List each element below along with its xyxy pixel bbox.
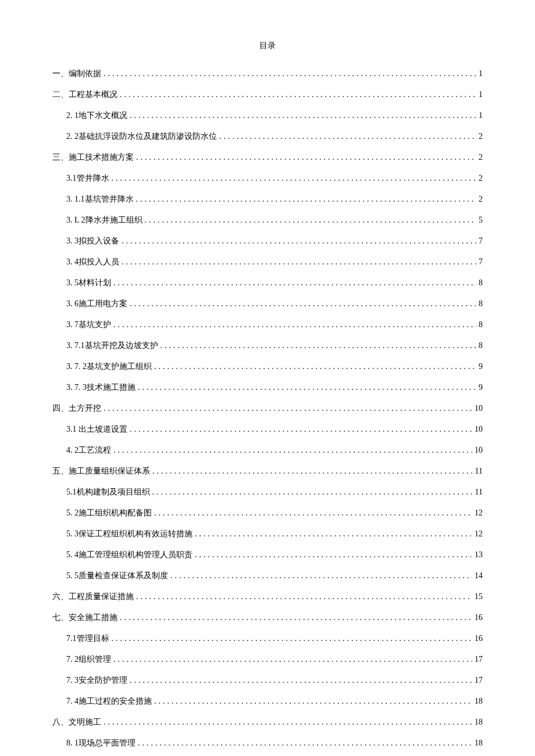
toc-page: 11 bbox=[475, 488, 483, 497]
toc-entry: 8. 1现场总平面管理18 bbox=[66, 738, 483, 748]
toc-label: 一、编制依据 bbox=[52, 69, 101, 79]
toc-dots bbox=[130, 676, 472, 685]
toc-dots bbox=[136, 195, 477, 204]
toc-dots bbox=[112, 634, 473, 643]
toc-label: 三、施工技术措施方案 bbox=[52, 152, 134, 163]
toc-entry: 3.1管井降水2 bbox=[66, 173, 483, 184]
toc-label: 3. 3拟投入设备 bbox=[66, 236, 119, 246]
toc-dots bbox=[112, 174, 477, 183]
toc-page: 8 bbox=[479, 341, 483, 350]
toc-dots bbox=[152, 467, 473, 476]
toc-dots bbox=[138, 383, 476, 392]
toc-entry: 2. 1地下水文概况1 bbox=[66, 110, 483, 121]
toc-dots bbox=[138, 739, 472, 748]
toc-entry: 3. 5材料计划8 bbox=[66, 278, 483, 288]
toc-page: 13 bbox=[475, 550, 483, 560]
toc-dots bbox=[154, 508, 472, 518]
toc-page: 18 bbox=[475, 739, 483, 748]
toc-dots bbox=[120, 90, 476, 99]
toc-label: 5. 3保证工程组织机构有效运转措施 bbox=[66, 529, 192, 539]
toc-dots bbox=[130, 299, 476, 309]
toc-dots bbox=[120, 613, 472, 622]
toc-dots bbox=[145, 216, 476, 225]
toc-entry: 7. 4施工过程的安全措施18 bbox=[66, 696, 483, 707]
toc-page: 12 bbox=[475, 508, 483, 518]
toc-label: 七、安全施工措施 bbox=[52, 612, 117, 623]
toc-entry: 二、工程基本概况1 bbox=[52, 89, 483, 100]
toc-entry: 7. 2组织管理17 bbox=[66, 654, 483, 665]
toc-label: 7. 2组织管理 bbox=[66, 654, 111, 665]
toc-page: 8 bbox=[479, 320, 483, 329]
toc-entry: 2. 2基础抗浮设防水位及建筑防渗设防水位2 bbox=[66, 131, 483, 142]
toc-container: 一、编制依据1二、工程基本概况12. 1地下水文概况12. 2基础抗浮设防水位及… bbox=[52, 69, 483, 756]
toc-entry: 3. 7.1基坑开挖及边坡支护8 bbox=[66, 341, 483, 351]
toc-dots bbox=[195, 529, 472, 539]
toc-page: 17 bbox=[475, 655, 483, 664]
toc-label: 5. 2施工组织机构配备图 bbox=[66, 508, 152, 518]
toc-page: 8 bbox=[479, 278, 483, 288]
toc-page: 1 bbox=[479, 69, 483, 78]
toc-entry: 3. 7. 3技术施工措施9 bbox=[66, 382, 483, 393]
toc-page: 9 bbox=[479, 383, 483, 392]
toc-label: 3. L 2降水井施工组织 bbox=[66, 215, 142, 225]
toc-page: 17 bbox=[475, 676, 483, 685]
toc-entry: 四、土方开挖10 bbox=[52, 403, 483, 414]
toc-entry: 5. 5质量检查保证体系及制度14 bbox=[66, 571, 483, 581]
toc-page: 2 bbox=[479, 153, 483, 162]
toc-dots bbox=[104, 69, 476, 78]
toc-label: 7. 3安全防护管理 bbox=[66, 675, 127, 686]
toc-page: 10 bbox=[475, 446, 483, 455]
toc-dots bbox=[130, 111, 476, 120]
toc-page: 11 bbox=[475, 467, 483, 476]
toc-entry: 七、安全施工措施16 bbox=[52, 612, 483, 623]
toc-page: 7 bbox=[479, 237, 483, 246]
toc-label: 五、施工质量组织保证体系 bbox=[52, 466, 150, 476]
toc-entry: 3. 6施工用电方案8 bbox=[66, 299, 483, 309]
toc-entry: 5. 2施工组织机构配备图12 bbox=[66, 508, 483, 518]
toc-entry: 3. 7. 2基坑支护施工组织9 bbox=[66, 361, 483, 372]
toc-dots bbox=[113, 655, 472, 664]
toc-page: 16 bbox=[475, 634, 483, 643]
toc-dots bbox=[170, 571, 472, 581]
toc-label: 六、工程质量保证措施 bbox=[52, 592, 134, 602]
toc-label: 5. 5质量检查保证体系及制度 bbox=[66, 571, 168, 581]
toc-dots bbox=[160, 341, 477, 350]
toc-entry: 3. 1.1基坑管井降水2 bbox=[66, 194, 483, 205]
toc-label: 3.1管井降水 bbox=[66, 173, 109, 184]
toc-entry: 5. 3保证工程组织机构有效运转措施12 bbox=[66, 529, 483, 539]
toc-page: 18 bbox=[475, 718, 483, 727]
toc-page: 12 bbox=[475, 529, 483, 539]
toc-entry: 三、施工技术措施方案2 bbox=[52, 152, 483, 163]
toc-dots bbox=[104, 404, 472, 413]
toc-page: 10 bbox=[475, 425, 483, 434]
toc-entry: 3. 3拟投入设备7 bbox=[66, 236, 483, 246]
toc-dots bbox=[154, 362, 476, 371]
toc-page: 16 bbox=[475, 613, 483, 622]
toc-entry: 3. 7基坑支护8 bbox=[66, 320, 483, 330]
toc-label: 8. 1现场总平面管理 bbox=[66, 738, 135, 748]
toc-entry: 3. 4拟投入人员7 bbox=[66, 257, 483, 267]
toc-label: 四、土方开挖 bbox=[52, 403, 101, 414]
toc-label: 5. 4施工管理组织机构管理人员职责 bbox=[66, 550, 192, 560]
toc-label: 7. 4施工过程的安全措施 bbox=[66, 696, 152, 707]
toc-entry: 八、文明施工18 bbox=[52, 717, 483, 728]
toc-label: 二、工程基本概况 bbox=[52, 89, 117, 100]
toc-entry: 一、编制依据1 bbox=[52, 69, 483, 79]
toc-title: 目录 bbox=[52, 41, 483, 51]
toc-page: 5 bbox=[479, 216, 483, 225]
toc-page: 2 bbox=[479, 174, 483, 183]
toc-dots bbox=[113, 320, 476, 329]
toc-label: 3. 7基坑支护 bbox=[66, 320, 111, 330]
toc-dots bbox=[130, 425, 472, 434]
toc-entry: 五、施工质量组织保证体系11 bbox=[52, 466, 483, 476]
toc-dots bbox=[136, 153, 476, 162]
toc-entry: 4. 2工艺流程10 bbox=[66, 445, 483, 456]
toc-page: 15 bbox=[475, 592, 483, 601]
toc-entry: 7.1管理目标16 bbox=[66, 633, 483, 644]
toc-page: 7 bbox=[479, 257, 483, 267]
toc-page: 18 bbox=[475, 697, 483, 706]
toc-label: 3.1 出土坡道设置 bbox=[66, 424, 127, 435]
toc-page: 10 bbox=[475, 404, 483, 413]
toc-dots bbox=[122, 257, 476, 267]
toc-page: 2 bbox=[479, 132, 483, 141]
